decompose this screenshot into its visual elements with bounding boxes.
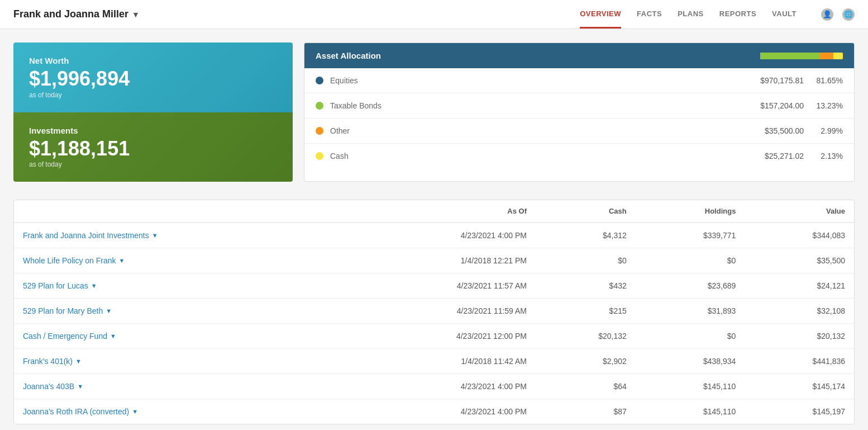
account-value: $145,174 — [745, 374, 854, 399]
account-as-of: 4/23/2021 11:59 AM — [345, 299, 536, 324]
client-dropdown-icon[interactable]: ▼ — [132, 10, 140, 19]
account-name-cell: 529 Plan for Lucas ▼ — [14, 273, 345, 299]
account-name: Frank and Joanna Joint Investments — [23, 231, 149, 240]
table-row: 529 Plan for Mary Beth ▼ 4/23/2021 11:59… — [14, 299, 854, 324]
aa-percent: 81.65% — [804, 76, 843, 85]
top-row: Net Worth $1,996,894 as of today Investm… — [13, 42, 855, 182]
col-as-of: As Of — [345, 200, 536, 223]
account-expand-icon[interactable]: ▼ — [119, 257, 125, 264]
nav-plans[interactable]: PLANS — [678, 1, 704, 29]
account-link[interactable]: Whole Life Policy on Frank ▼ — [23, 256, 336, 265]
col-value: Value — [745, 200, 854, 223]
net-worth-label: Net Worth — [29, 56, 277, 65]
aa-category-name: Other — [330, 126, 714, 135]
nav-reports[interactable]: REPORTS — [719, 1, 756, 29]
account-name-cell: Cash / Emergency Fund ▼ — [14, 324, 345, 349]
col-holdings: Holdings — [636, 200, 745, 223]
account-expand-icon[interactable]: ▼ — [77, 383, 83, 390]
table-row: Cash / Emergency Fund ▼ 4/23/2021 12:00 … — [14, 324, 854, 349]
user-icon[interactable]: 👤 — [821, 8, 833, 21]
account-cash: $64 — [536, 374, 636, 399]
account-value: $441,836 — [745, 349, 854, 374]
nav-vault[interactable]: VAULT — [772, 1, 797, 29]
account-name-cell: Frank and Joanna Joint Investments ▼ — [14, 223, 345, 248]
account-name: Joanna's Roth IRA (converted) — [23, 407, 129, 416]
account-expand-icon[interactable]: ▼ — [106, 308, 112, 314]
asset-allocation-header: Asset Allocation — [304, 43, 854, 68]
table-row: Frank's 401(k) ▼ 1/4/2018 11:42 AM $2,90… — [14, 349, 854, 374]
account-cash: $87 — [536, 399, 636, 424]
globe-icon[interactable]: 🌐 — [842, 8, 855, 21]
aa-dot — [316, 152, 323, 160]
table-row: Joanna's Roth IRA (converted) ▼ 4/23/202… — [14, 399, 854, 424]
aa-percent: 13.23% — [804, 101, 843, 110]
account-name: Joanna's 403B — [23, 382, 74, 391]
account-link[interactable]: 529 Plan for Lucas ▼ — [23, 281, 336, 290]
account-name: 529 Plan for Mary Beth — [23, 306, 103, 315]
aa-category-name: Taxable Bonds — [330, 101, 714, 110]
account-link[interactable]: 529 Plan for Mary Beth ▼ — [23, 306, 336, 315]
account-cash: $20,132 — [536, 324, 636, 349]
aa-category-name: Cash — [330, 152, 714, 160]
account-link[interactable]: Frank and Joanna Joint Investments ▼ — [23, 231, 336, 240]
account-holdings: $31,893 — [636, 299, 745, 324]
table-row: 529 Plan for Lucas ▼ 4/23/2021 11:57 AM … — [14, 273, 854, 299]
account-value: $32,108 — [745, 299, 854, 324]
account-link[interactable]: Joanna's Roth IRA (converted) ▼ — [23, 407, 336, 416]
aa-bar-segment — [760, 53, 820, 59]
asset-allocation-rows: Equities $970,175.81 81.65% Taxable Bond… — [304, 68, 854, 168]
account-holdings: $23,689 — [636, 273, 745, 299]
net-worth-value: $1,996,894 — [29, 68, 277, 90]
aa-row: Cash $25,271.02 2.13% — [304, 144, 854, 168]
account-link[interactable]: Frank's 401(k) ▼ — [23, 357, 336, 366]
account-holdings: $339,771 — [636, 223, 745, 248]
account-as-of: 4/23/2021 11:57 AM — [345, 273, 536, 299]
investments-value: $1,188,151 — [29, 138, 277, 160]
account-value: $344,083 — [745, 223, 854, 248]
aa-row: Taxable Bonds $157,204.00 13.23% — [304, 93, 854, 119]
aa-bar-segment — [820, 53, 833, 59]
account-expand-icon[interactable]: ▼ — [91, 282, 97, 289]
account-cash: $215 — [536, 299, 636, 324]
header: Frank and Joanna Miller ▼ OVERVIEW FACTS… — [0, 0, 868, 29]
client-name-text: Frank and Joanna Miller — [13, 8, 128, 20]
account-holdings: $438,934 — [636, 349, 745, 374]
account-name-cell: Joanna's 403B ▼ — [14, 374, 345, 399]
account-as-of: 1/4/2018 12:21 PM — [345, 248, 536, 273]
account-name-cell: Joanna's Roth IRA (converted) ▼ — [14, 399, 345, 424]
nav-overview[interactable]: OVERVIEW — [580, 1, 621, 29]
account-name: Cash / Emergency Fund — [23, 332, 107, 341]
aa-amount: $35,500.00 — [714, 126, 804, 135]
investments-label: Investments — [29, 126, 277, 135]
investments-card: Investments $1,188,151 as of today — [13, 112, 293, 182]
left-cards: Net Worth $1,996,894 as of today Investm… — [13, 42, 293, 182]
account-cash: $0 — [536, 248, 636, 273]
investments-sub: as of today — [29, 160, 277, 168]
account-holdings: $145,110 — [636, 374, 745, 399]
aa-amount: $157,204.00 — [714, 101, 804, 110]
account-value: $145,197 — [745, 399, 854, 424]
nav-facts[interactable]: FACTS — [637, 1, 662, 29]
aa-category-name: Equities — [330, 76, 714, 85]
account-holdings: $0 — [636, 324, 745, 349]
table-row: Whole Life Policy on Frank ▼ 1/4/2018 12… — [14, 248, 854, 273]
accounts-table: As Of Cash Holdings Value Frank and Joan… — [14, 200, 854, 424]
aa-dot — [316, 77, 323, 84]
account-expand-icon[interactable]: ▼ — [132, 408, 138, 415]
aa-bar-segment — [392, 53, 760, 59]
account-expand-icon[interactable]: ▼ — [75, 358, 82, 365]
account-expand-icon[interactable]: ▼ — [110, 333, 116, 339]
account-holdings: $0 — [636, 248, 745, 273]
account-name: Whole Life Policy on Frank — [23, 256, 116, 265]
aa-bar-segment — [833, 53, 843, 59]
account-link[interactable]: Joanna's 403B ▼ — [23, 382, 336, 391]
client-name[interactable]: Frank and Joanna Miller ▼ — [13, 8, 140, 20]
account-expand-icon[interactable]: ▼ — [152, 232, 158, 239]
account-value: $35,500 — [745, 248, 854, 273]
account-cash: $4,312 — [536, 223, 636, 248]
account-value: $24,121 — [745, 273, 854, 299]
account-link[interactable]: Cash / Emergency Fund ▼ — [23, 332, 336, 341]
header-icons: 👤 🌐 — [821, 8, 855, 21]
aa-dot — [316, 127, 323, 135]
account-as-of: 4/23/2021 4:00 PM — [345, 374, 536, 399]
